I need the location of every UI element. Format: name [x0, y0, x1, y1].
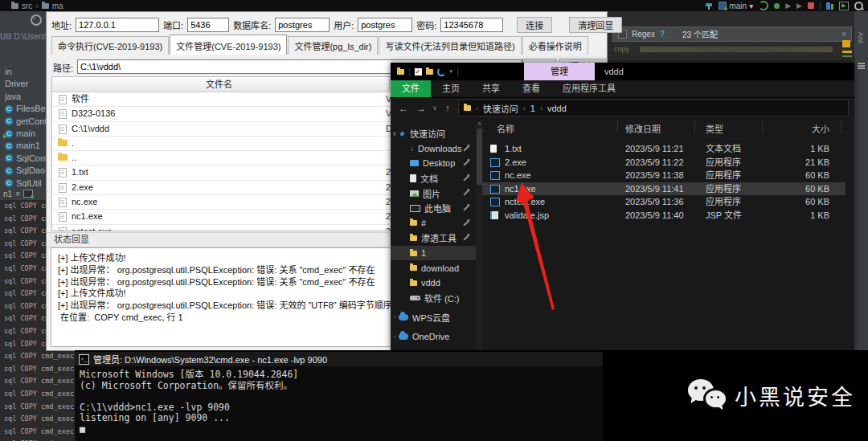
column-header[interactable]: 大小	[765, 120, 829, 138]
sidebar-item[interactable]: 1	[391, 246, 476, 261]
debug-icon[interactable]	[774, 3, 780, 9]
layout-icon[interactable]	[826, 2, 833, 10]
help-icon[interactable]: ?	[660, 30, 665, 39]
new-folder-icon[interactable]	[426, 69, 433, 75]
tool-tab[interactable]: 命令执行(CVE-2019-9193)	[51, 36, 169, 55]
file-row[interactable]: nc1.exe2023/5/9 11:41应用程序60 KB	[482, 182, 845, 196]
tool-tab[interactable]: 写读文件(无法列目录但知道路径)	[379, 36, 521, 55]
close-icon[interactable]: ×	[841, 30, 846, 39]
folder-icon	[410, 280, 417, 286]
ribbon-tab[interactable]: 查看	[511, 80, 551, 97]
sidebar-item[interactable]: ↓Downloads	[391, 141, 476, 157]
close-icon[interactable]: ×	[15, 190, 20, 198]
manage-ribbon-tab[interactable]: 管理	[524, 63, 595, 80]
column-divider[interactable]	[841, 120, 841, 133]
ide-search-bar[interactable]: Regex ? 23 个匹配 ×	[612, 27, 852, 42]
column-header[interactable]: 修改日期	[625, 120, 661, 138]
profile-icon[interactable]: ▶	[796, 2, 802, 10]
expander-icon[interactable]: ›	[391, 313, 399, 321]
sidebar-item[interactable]: ›OneDrive	[391, 329, 476, 345]
sidebar-item[interactable]: ›WPS云盘	[391, 310, 476, 325]
sidebar-item[interactable]: 图片	[391, 186, 476, 201]
address-input[interactable]	[76, 18, 159, 32]
ribbon-tab[interactable]: 主页	[431, 80, 471, 97]
sidebar-item[interactable]: vddd	[391, 276, 476, 291]
cmd-title-bar[interactable]: ›_ 管理员: D:\Windows\System32\cmd.exe - nc…	[75, 352, 603, 366]
ant-tool-button[interactable]: Ant	[857, 32, 865, 43]
column-divider	[389, 79, 390, 90]
ide-breadcrumb[interactable]: src › ma	[11, 2, 63, 10]
file-menu-button[interactable]: 文件	[391, 80, 431, 97]
gear-icon[interactable]	[31, 14, 42, 26]
divider: |	[457, 67, 459, 76]
file-row[interactable]: nctest.exe2023/5/9 11:36应用程序60 KB	[482, 195, 845, 209]
chevron-right-icon: ›	[523, 104, 526, 112]
file-icon	[59, 168, 67, 178]
column-header[interactable]: 类型	[706, 120, 723, 138]
chevron-down-icon[interactable]: ▾	[450, 68, 453, 75]
tool-tab[interactable]: 必看操作说明	[522, 36, 588, 55]
password-input[interactable]	[440, 18, 503, 32]
column-divider[interactable]	[694, 120, 695, 133]
file-icon	[59, 212, 67, 222]
address-breadcrumb[interactable]: ›快速访问›1›vddd	[458, 100, 849, 116]
file-type: 文本文档	[706, 142, 741, 156]
sidebar-item[interactable]: ∨★快速访问	[391, 126, 476, 141]
sidebar-item[interactable]: Desktop	[391, 156, 476, 171]
undo-icon[interactable]	[437, 67, 446, 76]
column-header[interactable]: 名称	[497, 120, 514, 138]
file-date: 2023/5/9 11:36	[625, 195, 684, 209]
column-divider[interactable]	[617, 120, 618, 133]
rerun-icon[interactable]	[759, 1, 768, 10]
file-row[interactable]: validate.jsp2023/5/9 11:40JSP 文件1 KB	[482, 209, 845, 223]
sidebar-item[interactable]: 渗透工具	[391, 231, 476, 246]
breadcrumb-ma[interactable]: ma	[52, 2, 63, 10]
filename-column-header[interactable]: 文件名	[52, 77, 386, 92]
folder-icon[interactable]	[397, 69, 404, 75]
connect-button[interactable]: 连接	[517, 17, 552, 33]
run-anything-icon[interactable]: ▶	[839, 2, 849, 10]
tool-tab[interactable]: 文件管理(CVE-2019-9193)	[170, 35, 287, 55]
sidebar-item[interactable]: #	[391, 216, 476, 231]
breadcrumb-item[interactable]: 1	[530, 104, 535, 113]
file-row[interactable]: 2.exe2023/5/9 11:22应用程序21 KB	[482, 156, 845, 169]
cmd-output[interactable]: Microsoft Windows [版本 10.0.19044.2846](c…	[75, 366, 603, 438]
build-icon[interactable]	[706, 2, 713, 10]
column-divider[interactable]	[762, 120, 763, 133]
file-type: 应用程序	[706, 195, 741, 209]
app-file-icon	[490, 185, 500, 194]
recent-locations-icon[interactable]: ∨	[432, 104, 437, 112]
up-icon[interactable]: ↑	[445, 103, 450, 114]
expander-icon[interactable]: ›	[391, 333, 399, 341]
user-input[interactable]	[358, 18, 412, 32]
breadcrumb-item[interactable]: 快速访问	[483, 102, 518, 115]
sidebar-item[interactable]: download	[391, 260, 476, 276]
navigation-pane: ∨★快速访问↓DownloadsDesktop文档图片此电脑#渗透工具1down…	[391, 126, 476, 344]
stop-icon[interactable]	[808, 2, 814, 9]
file-row[interactable]: 1.txt2023/5/9 11:21文本文档1 KB	[482, 142, 845, 156]
tool-tab[interactable]: 文件管理(pg_ls_dir)	[288, 36, 378, 55]
database-input[interactable]	[275, 18, 330, 32]
ribbon-tab[interactable]: 共享	[471, 80, 511, 97]
database-icon[interactable]	[858, 63, 865, 64]
file-row[interactable]: nc.exe2023/5/9 11:38应用程序60 KB	[482, 169, 845, 182]
scrollbar-thumb[interactable]	[477, 129, 482, 185]
sidebar-item[interactable]: 软件 (C:)	[391, 291, 476, 306]
console-line: sql COPY cmd_exec	[4, 401, 76, 414]
search-icon[interactable]	[854, 2, 863, 10]
properties-icon[interactable]: ✓	[415, 68, 422, 76]
forward-icon[interactable]: →	[416, 103, 426, 114]
back-icon[interactable]: ←	[399, 103, 408, 114]
run-coverage-icon[interactable]: ▶	[785, 2, 791, 10]
project-item-label: main	[16, 128, 35, 140]
breadcrumb-item[interactable]: vddd	[547, 104, 567, 113]
breadcrumb-src[interactable]: src	[22, 2, 32, 10]
clear-output-button[interactable]: 清理回显	[569, 17, 622, 33]
ribbon-tab[interactable]: 应用程序工具	[551, 80, 627, 97]
file-date: 2023/5/9 11:40	[625, 209, 684, 223]
sidebar-item[interactable]: 文档	[391, 171, 476, 186]
expander-icon[interactable]: ∨	[391, 130, 399, 137]
run-config-selector[interactable]: main ▾	[719, 2, 753, 10]
port-input[interactable]	[187, 18, 229, 32]
sidebar-item[interactable]: 此电脑	[391, 201, 476, 216]
